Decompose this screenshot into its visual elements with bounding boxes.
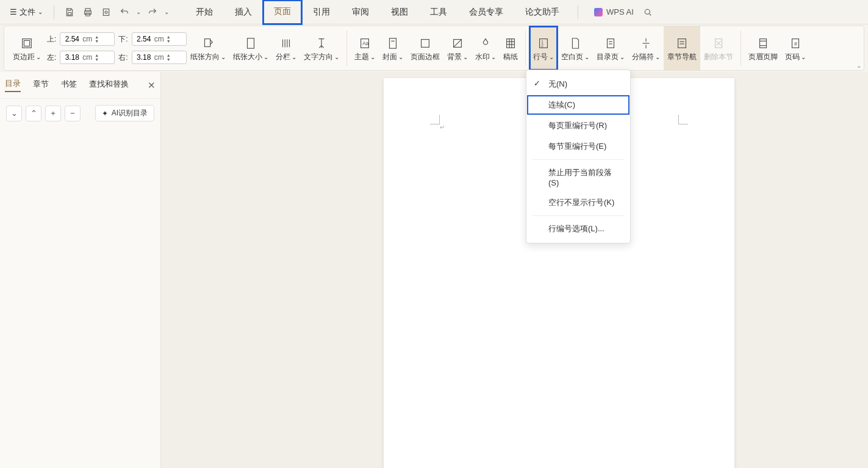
menu-item-none[interactable]: 无(N) bbox=[526, 74, 630, 95]
svg-point-5 bbox=[105, 11, 107, 13]
text-direction-button[interactable]: 文字方向⌄ bbox=[300, 26, 343, 70]
page-margins-button[interactable]: 页边距⌄ bbox=[9, 26, 45, 70]
ribbon-separator bbox=[525, 31, 526, 66]
watermark-icon bbox=[479, 35, 492, 52]
menu-item-restart-section[interactable]: 每节重编行号(E) bbox=[526, 136, 630, 157]
tab-page[interactable]: 页面 bbox=[263, 0, 302, 24]
svg-text:#: # bbox=[794, 41, 797, 46]
wps-ai-button[interactable]: WPS AI bbox=[594, 7, 634, 16]
paper-size-icon bbox=[244, 35, 257, 52]
page-border-button[interactable]: 页面边框 bbox=[407, 26, 443, 70]
tab-insert[interactable]: 插入 bbox=[224, 1, 263, 24]
toc-page-button[interactable]: 目录页⌄ bbox=[593, 26, 628, 70]
paper-orientation-button[interactable]: 纸张方向⌄ bbox=[187, 26, 229, 70]
spin-up[interactable]: ▲ bbox=[95, 35, 99, 39]
sidepanel-tab-find[interactable]: 查找和替换 bbox=[89, 79, 129, 92]
draft-paper-button[interactable]: 稿纸 bbox=[500, 26, 522, 70]
margin-right-input[interactable]: cm▲▼ bbox=[132, 51, 187, 64]
paper-size-button[interactable]: 纸张大小⌄ bbox=[229, 26, 272, 70]
columns-button[interactable]: 分栏⌄ bbox=[272, 26, 300, 70]
ai-icon: ✦ bbox=[102, 109, 108, 118]
sidepanel-tabs: 目录 章节 书签 查找和替换 ✕ bbox=[0, 72, 160, 99]
chapter-nav-icon bbox=[675, 35, 689, 52]
print-preview-icon[interactable] bbox=[98, 4, 114, 20]
redo-dropdown-icon[interactable]: ⌄ bbox=[163, 4, 170, 20]
chapter-nav-button[interactable]: 章节导航 bbox=[664, 26, 700, 70]
close-icon[interactable]: ✕ bbox=[148, 80, 156, 91]
menu-item-options[interactable]: 行编号选项(L)... bbox=[526, 218, 630, 239]
svg-text:Aa: Aa bbox=[362, 40, 369, 46]
blank-page-icon bbox=[569, 35, 582, 52]
header-footer-button[interactable]: 页眉页脚 bbox=[745, 26, 781, 70]
theme-icon: Aa bbox=[358, 35, 371, 52]
tab-tools[interactable]: 工具 bbox=[419, 1, 458, 24]
menu-item-restart-page[interactable]: 每页重编行号(R) bbox=[526, 115, 630, 136]
spin-up[interactable]: ▲ bbox=[167, 35, 171, 39]
document-canvas[interactable]: ↵ bbox=[161, 72, 868, 468]
svg-rect-19 bbox=[421, 39, 429, 47]
spin-down[interactable]: ▼ bbox=[167, 57, 171, 62]
search-icon[interactable] bbox=[640, 4, 656, 20]
margin-bottom-input[interactable]: cm▲▼ bbox=[132, 32, 187, 46]
margins-icon bbox=[20, 35, 34, 52]
tab-review[interactable]: 审阅 bbox=[341, 1, 380, 24]
page-number-button[interactable]: # 页码⌄ bbox=[781, 26, 809, 70]
spin-up[interactable]: ▲ bbox=[95, 53, 99, 57]
cover-button[interactable]: 封面⌄ bbox=[379, 26, 407, 70]
remove-button[interactable]: − bbox=[65, 106, 81, 121]
ribbon-separator bbox=[741, 31, 741, 66]
watermark-button[interactable]: 水印⌄ bbox=[472, 26, 500, 70]
dialog-launcher-icon[interactable]: ⌄ bbox=[856, 62, 861, 69]
top-bar: ☰ 文件 ⌄ ⌄ ⌄ 开始 插入 页面 引用 审阅 视图 工具 会员专享 论文助… bbox=[0, 0, 868, 24]
tab-start[interactable]: 开始 bbox=[185, 1, 224, 24]
file-menu[interactable]: ☰ 文件 ⌄ bbox=[6, 4, 46, 20]
menu-separator bbox=[533, 215, 624, 216]
workspace: 目录 章节 书签 查找和替换 ✕ ⌄ ⌃ + − ✦ AI识别目录 ↵ bbox=[0, 72, 868, 468]
tab-view[interactable]: 视图 bbox=[380, 1, 419, 24]
svg-rect-8 bbox=[24, 40, 29, 46]
line-numbers-button[interactable]: 12 行号⌄ bbox=[529, 26, 558, 70]
svg-rect-0 bbox=[68, 12, 71, 15]
spin-up[interactable]: ▲ bbox=[167, 53, 171, 57]
separator-icon bbox=[639, 35, 653, 52]
sidepanel-tab-chapter[interactable]: 章节 bbox=[33, 79, 49, 92]
add-button[interactable]: + bbox=[45, 106, 61, 121]
expand-button[interactable]: ⌃ bbox=[26, 106, 41, 121]
undo-icon[interactable] bbox=[117, 4, 132, 20]
collapse-button[interactable]: ⌄ bbox=[6, 106, 22, 121]
print-icon[interactable] bbox=[80, 4, 96, 20]
spin-down[interactable]: ▼ bbox=[167, 39, 171, 43]
menu-item-blank-no-number[interactable]: 空行不显示行号(K) bbox=[526, 192, 630, 213]
tab-thesis[interactable]: 论文助手 bbox=[514, 1, 570, 24]
theme-button[interactable]: Aa 主题⌄ bbox=[351, 26, 379, 70]
delete-section-icon bbox=[712, 35, 725, 52]
tab-reference[interactable]: 引用 bbox=[302, 1, 341, 24]
toc-icon bbox=[604, 35, 617, 52]
tab-member[interactable]: 会员专享 bbox=[458, 1, 514, 24]
margin-top-input[interactable]: cm▲▼ bbox=[60, 32, 115, 46]
blank-page-button[interactable]: 空白页⌄ bbox=[558, 26, 593, 70]
save-icon[interactable] bbox=[62, 4, 77, 20]
menu-item-suppress-para[interactable]: 禁止用于当前段落(S) bbox=[526, 162, 630, 192]
spin-down[interactable]: ▼ bbox=[95, 57, 99, 62]
spin-down[interactable]: ▼ bbox=[95, 39, 99, 43]
separator bbox=[578, 5, 578, 20]
page-number-icon: # bbox=[789, 35, 802, 52]
columns-icon bbox=[279, 35, 293, 52]
draft-icon bbox=[504, 35, 517, 52]
margin-corner-tl bbox=[430, 115, 440, 124]
margin-corner-tr bbox=[678, 115, 688, 124]
svg-rect-29 bbox=[607, 38, 614, 48]
menu-item-continuous[interactable]: 连续(C) bbox=[526, 95, 630, 115]
border-icon bbox=[418, 35, 432, 52]
margins-label: 页边距 bbox=[13, 52, 35, 62]
background-button[interactable]: 背景⌄ bbox=[443, 26, 472, 70]
separator-button[interactable]: 分隔符⌄ bbox=[628, 26, 664, 70]
sidepanel-tab-bookmark[interactable]: 书签 bbox=[61, 79, 77, 92]
sidepanel-toolbar: ⌄ ⌃ + − ✦ AI识别目录 bbox=[0, 99, 160, 128]
sidepanel-tab-toc[interactable]: 目录 bbox=[5, 78, 21, 92]
redo-icon[interactable] bbox=[145, 4, 160, 20]
ai-toc-button[interactable]: ✦ AI识别目录 bbox=[95, 105, 154, 121]
undo-dropdown-icon[interactable]: ⌄ bbox=[135, 4, 142, 20]
margin-left-input[interactable]: cm▲▼ bbox=[60, 51, 115, 64]
